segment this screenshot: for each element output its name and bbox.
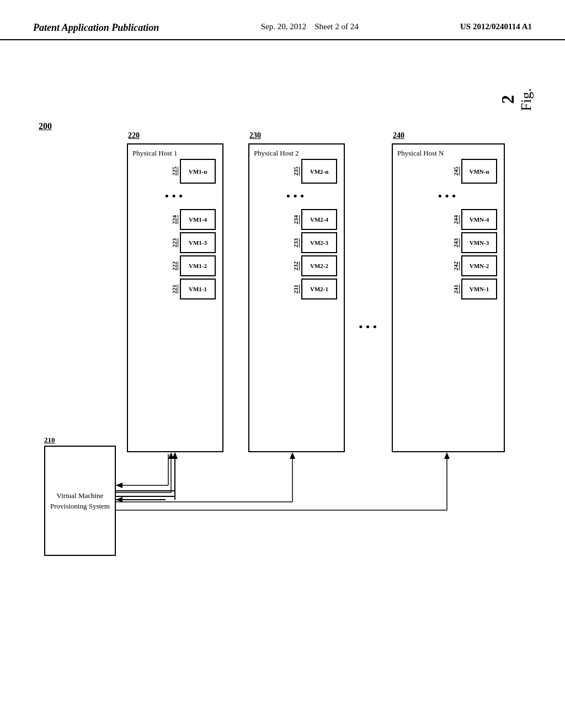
host1-vmn-box: VM1-n	[180, 159, 216, 184]
host1-vm1-box: VM1-1	[180, 279, 216, 299]
host1-vmn-row: 225 VM1-n	[132, 159, 218, 184]
vmps-container: 210 Virtual Machine Provisioning System	[44, 436, 116, 556]
host2-dots: •••	[254, 189, 339, 204]
host2-vm3-row: 233 VM2-3	[254, 232, 339, 253]
host2-box: 230 Physical Host 2 235 VM2-n ••• 234 VM…	[248, 143, 345, 452]
host2-vm1-row: 231 VM2-1	[254, 279, 339, 299]
host1-vm1-ref: 221	[171, 285, 178, 294]
hostn-vm3-ref: 243	[452, 238, 459, 248]
vmps-ref: 210	[44, 436, 116, 445]
hostn-vm2-row: 242 VMN-2	[397, 255, 499, 276]
header-sheet: Sheet 2 of 24	[315, 22, 359, 31]
svg-marker-18	[290, 452, 295, 459]
host1-vm4-box: VM1-4	[180, 209, 216, 230]
figure-label: 2 Fig.	[498, 88, 535, 111]
host2-vm4-ref: 234	[292, 215, 299, 224]
hostn-vmn-box: VMN-n	[461, 159, 497, 184]
host1-box: 220 Physical Host 1 225 VM1-n ••• 224 VM…	[127, 143, 223, 452]
vmps-label: Virtual Machine Provisioning System	[50, 490, 110, 512]
host2-vmn-row: 235 VM2-n	[254, 159, 339, 184]
hostn-dots: •••	[397, 189, 499, 204]
host2-vm1-box: VM2-1	[301, 279, 337, 299]
svg-marker-4	[172, 452, 178, 459]
figure-number: 2	[498, 88, 518, 111]
host2-label: Physical Host 2	[254, 149, 339, 158]
hostn-vm3-row: 243 VMN-3	[397, 232, 499, 253]
host2-vm3-ref: 233	[292, 238, 299, 248]
host2-vm2-ref: 232	[292, 261, 299, 271]
host2-vmn-ref: 235	[292, 167, 299, 176]
host1-vm4-row: 224 VM1-4	[132, 209, 218, 230]
hostn-vmn-row: 245 VMN-n	[397, 159, 499, 184]
host1-vm2-ref: 222	[171, 261, 178, 271]
host2-vm4-row: 234 VM2-4	[254, 209, 339, 230]
svg-marker-2	[172, 452, 178, 459]
header-date: Sep. 20, 2012	[261, 22, 307, 31]
hostn-vm3-box: VMN-3	[461, 232, 497, 253]
host1-vm2-box: VM1-2	[180, 255, 216, 276]
ref-200: 200	[39, 121, 52, 131]
svg-marker-14	[116, 483, 122, 488]
page-header: Patent Application Publication Sep. 20, …	[0, 0, 565, 40]
host2-vmn-box: VM2-n	[301, 159, 337, 184]
host1-vmn-ref: 225	[171, 167, 178, 176]
hostn-vm1-ref: 241	[452, 285, 459, 294]
host2-vm3-box: VM2-3	[301, 232, 337, 253]
svg-marker-12	[168, 452, 174, 459]
hostn-ref: 240	[393, 131, 404, 140]
svg-marker-21	[444, 452, 450, 459]
host2-vm1-ref: 231	[292, 285, 299, 294]
host1-vm3-box: VM1-3	[180, 232, 216, 253]
hostn-vm4-ref: 244	[452, 215, 459, 224]
host2-ref: 230	[249, 131, 261, 140]
svg-marker-8	[116, 497, 122, 502]
hostn-vm1-row: 241 VMN-1	[397, 279, 499, 299]
hostn-vm2-box: VMN-2	[461, 255, 497, 276]
vmps-box: Virtual Machine Provisioning System	[44, 446, 116, 556]
hostn-box: 240 Physical Host N 245 VMN-n ••• 244 VM…	[392, 143, 505, 452]
hostn-vm4-row: 244 VMN-4	[397, 209, 499, 230]
header-date-sheet: Sep. 20, 2012 Sheet 2 of 24	[261, 22, 359, 31]
hostn-vm2-ref: 242	[452, 261, 459, 271]
host1-vm4-ref: 224	[171, 215, 178, 224]
patent-number: US 2012/0240114 A1	[460, 22, 532, 31]
publication-title: Patent Application Publication	[33, 22, 159, 34]
host2-vm2-box: VM2-2	[301, 255, 337, 276]
hostn-vm1-box: VMN-1	[461, 279, 497, 299]
host1-vm2-row: 222 VM1-2	[132, 255, 218, 276]
hostn-label: Physical Host N	[397, 149, 499, 158]
middle-dots: •••	[359, 320, 380, 334]
host1-dots: •••	[132, 189, 218, 204]
host1-label: Physical Host 1	[132, 149, 218, 158]
host2-vm2-row: 232 VM2-2	[254, 255, 339, 276]
host1-vm3-ref: 223	[171, 238, 178, 248]
diagram-area: 200 210 Virtual Machine Provisioning Sys…	[33, 110, 521, 684]
figure-text: Fig.	[518, 88, 535, 111]
host1-ref: 220	[128, 131, 140, 140]
host1-vm3-row: 223 VM1-3	[132, 232, 218, 253]
hostn-vmn-ref: 245	[452, 167, 459, 176]
host2-vm4-box: VM2-4	[301, 209, 337, 230]
host1-vm1-row: 221 VM1-1	[132, 279, 218, 299]
hostn-vm4-box: VMN-4	[461, 209, 497, 230]
